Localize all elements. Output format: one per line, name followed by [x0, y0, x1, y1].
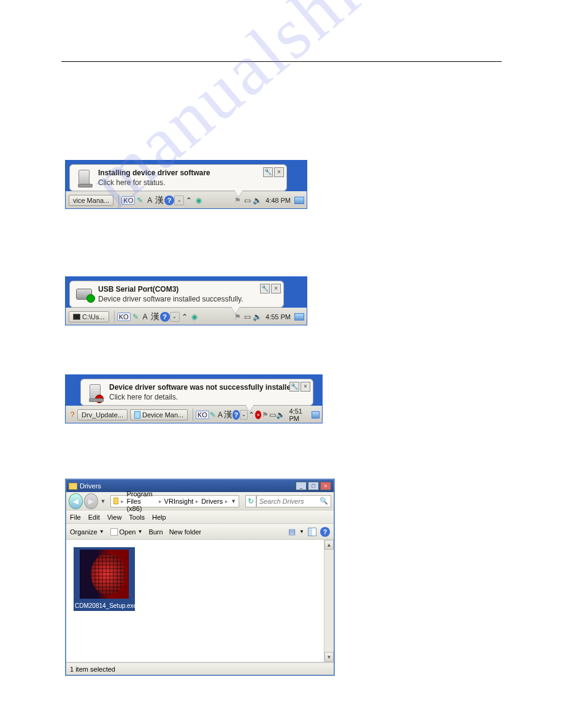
scene-installing: 🔧 × Installing device driver software Cl…: [65, 160, 307, 209]
preview-pane-icon[interactable]: [308, 528, 316, 536]
tray-driver-icon[interactable]: ◉: [194, 195, 204, 205]
breadcrumb-dropdown-icon[interactable]: ▼: [231, 498, 236, 504]
cmd-icon: [73, 314, 80, 320]
back-button[interactable]: ◄: [69, 493, 83, 509]
clock[interactable]: 4:55 PM: [262, 313, 294, 320]
taskbar-button[interactable]: Device Man...: [130, 409, 188, 420]
clock[interactable]: 4:51 PM: [285, 408, 312, 422]
show-desktop[interactable]: [312, 411, 320, 419]
letter-a-icon[interactable]: A: [145, 195, 155, 205]
view-dropdown-icon[interactable]: ▼: [299, 529, 304, 534]
minimize-button[interactable]: _: [296, 482, 307, 490]
balloon-installed[interactable]: 🔧 × USB Serial Port(COM3) Device driver …: [69, 281, 284, 308]
balloon-tail: [245, 404, 255, 411]
tray-driver-icon[interactable]: ◉: [190, 312, 199, 322]
tray-caret-icon[interactable]: ⌃: [180, 312, 190, 322]
refresh-button[interactable]: ↻: [245, 495, 256, 507]
settings-caret-icon[interactable]: ⌄: [174, 195, 184, 205]
clock[interactable]: 4:48 PM: [262, 197, 294, 204]
scene-installed: 🔧 × USB Serial Port(COM3) Device driver …: [65, 276, 307, 325]
close-icon[interactable]: ×: [271, 284, 281, 294]
hanja-icon[interactable]: 漢: [155, 195, 164, 205]
scroll-up-icon[interactable]: ▲: [324, 540, 334, 550]
search-box[interactable]: 🔍: [256, 495, 331, 507]
forward-button[interactable]: ►: [84, 493, 98, 509]
speaker-icon[interactable]: 🔈: [252, 312, 262, 322]
help-icon[interactable]: ?: [164, 195, 174, 205]
view-mode-icon[interactable]: ▤: [288, 527, 296, 536]
taskbar-button[interactable]: vice Mana...: [69, 195, 113, 206]
speaker-icon[interactable]: 🔈: [252, 195, 262, 205]
maximize-button[interactable]: □: [308, 482, 319, 490]
balloon-message: Device driver software installed success…: [98, 295, 243, 303]
close-icon[interactable]: ×: [301, 382, 310, 392]
settings-caret-icon[interactable]: ⌄: [170, 312, 180, 322]
speaker-icon[interactable]: 🔈: [276, 410, 285, 420]
monitors-icon[interactable]: ▭: [269, 410, 276, 420]
scene-fail: 🔧 × Device driver software was not succe…: [65, 374, 323, 423]
tray-caret-icon[interactable]: ⌃: [184, 195, 194, 205]
file-item[interactable]: CDM20814_Setup.exe: [74, 547, 135, 611]
hanja-icon[interactable]: 漢: [224, 410, 232, 420]
breadcrumb-item[interactable]: VRInsight: [164, 498, 194, 505]
taskbar-button[interactable]: C:\Us...: [69, 311, 109, 322]
ime-language-indicator[interactable]: KO: [121, 196, 135, 205]
organize-button[interactable]: Organize▼: [70, 528, 104, 536]
scroll-down-icon[interactable]: ▼: [324, 652, 334, 662]
wrench-icon[interactable]: 🔧: [263, 167, 273, 177]
monitors-icon[interactable]: ▭: [242, 312, 252, 322]
burn-button[interactable]: Burn: [148, 528, 163, 536]
ime-language-indicator[interactable]: KO: [196, 411, 209, 419]
help-icon[interactable]: ?: [160, 312, 170, 322]
new-folder-button[interactable]: New folder: [169, 528, 202, 536]
menu-tools[interactable]: Tools: [129, 514, 145, 521]
nav-bar: ◄ ► ▼ ▸ Program Files (x86) ▸ VRInsight …: [66, 492, 334, 510]
wrench-icon[interactable]: 🔧: [260, 284, 270, 294]
tray-driver-error-icon[interactable]: ×: [255, 411, 262, 419]
taskbar-button[interactable]: Drv_Update...: [77, 409, 128, 420]
menu-file[interactable]: File: [70, 514, 81, 521]
help-book-icon[interactable]: ?: [69, 410, 76, 420]
ime-language-indicator[interactable]: KO: [117, 313, 131, 321]
letter-a-icon[interactable]: A: [216, 410, 224, 420]
show-desktop[interactable]: [294, 313, 304, 320]
help-icon[interactable]: ?: [232, 410, 240, 420]
close-icon[interactable]: ×: [274, 167, 284, 177]
balloon-title: Installing device driver software: [98, 169, 210, 177]
wrench-icon[interactable]: 🔧: [289, 382, 299, 392]
hanja-icon[interactable]: 漢: [150, 312, 160, 322]
breadcrumb-item[interactable]: Drivers: [201, 498, 223, 505]
letter-a-icon[interactable]: A: [140, 312, 150, 322]
flag-icon[interactable]: ⚑: [261, 410, 269, 420]
computer-tower-error-icon: [86, 383, 104, 401]
balloon-installing[interactable]: 🔧 × Installing device driver software Cl…: [69, 164, 287, 191]
show-desktop[interactable]: [294, 197, 304, 204]
file-label: CDM20814_Setup.exe: [74, 601, 135, 611]
ime-tool-icon[interactable]: ✎: [131, 312, 140, 322]
title-bar[interactable]: Drivers _ □ ×: [66, 480, 334, 492]
search-input[interactable]: [259, 498, 320, 505]
menu-help[interactable]: Help: [152, 514, 166, 521]
file-pane[interactable]: CDM20814_Setup.exe ▲ ▼: [66, 540, 334, 662]
ime-tool-icon[interactable]: ✎: [135, 195, 145, 205]
monitors-icon[interactable]: ▭: [242, 195, 252, 205]
menu-view[interactable]: View: [107, 514, 122, 521]
balloon-tail: [234, 189, 243, 197]
balloon-message: Click here for status.: [98, 178, 210, 187]
menu-bar: File Edit View Tools Help: [66, 510, 334, 524]
menu-edit[interactable]: Edit: [88, 514, 100, 521]
vertical-scrollbar[interactable]: ▲ ▼: [324, 540, 334, 662]
search-icon[interactable]: 🔍: [320, 497, 328, 505]
open-button[interactable]: Open▼: [110, 528, 143, 536]
history-dropdown-icon[interactable]: ▼: [101, 498, 106, 504]
close-button[interactable]: ×: [320, 482, 331, 490]
breadcrumb-item[interactable]: Program Files (x86): [126, 490, 156, 512]
ime-tool-icon[interactable]: ✎: [209, 410, 216, 420]
explorer-window: Drivers _ □ × ◄ ► ▼ ▸ Program Files (x86…: [65, 479, 335, 676]
balloon-title: Device driver software was not successfu…: [109, 383, 295, 392]
disk-check-icon: [75, 285, 93, 303]
help-icon[interactable]: ?: [320, 527, 330, 537]
wafer-exe-icon: [80, 550, 129, 599]
breadcrumb[interactable]: ▸ Program Files (x86) ▸ VRInsight ▸ Driv…: [110, 495, 239, 507]
balloon-fail[interactable]: 🔧 × Device driver software was not succe…: [80, 379, 313, 406]
